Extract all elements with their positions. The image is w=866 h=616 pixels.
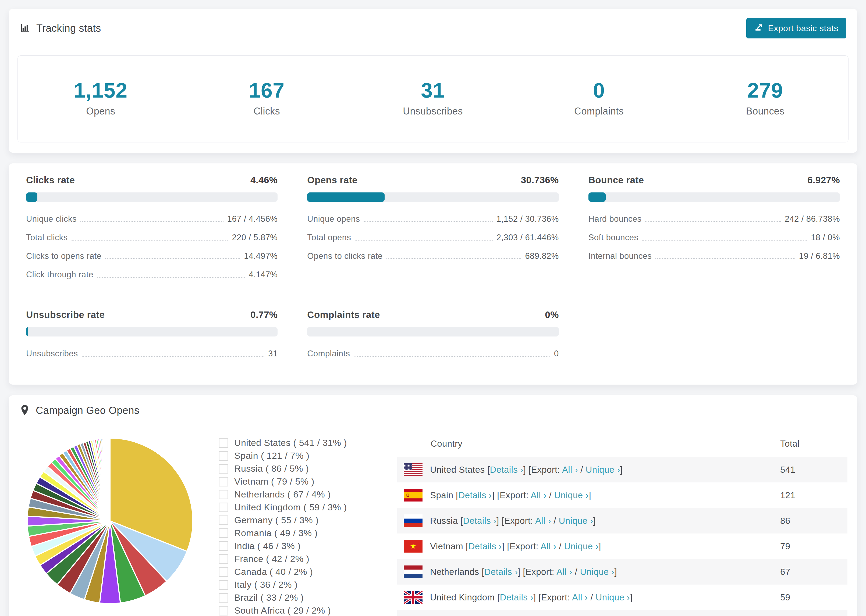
stat-box: 0 Complaints	[516, 56, 682, 142]
legend-label: France ( 42 / 2% )	[234, 554, 309, 564]
country-total: 121	[780, 482, 847, 508]
legend-label: Brazil ( 33 / 2% )	[234, 592, 304, 603]
stat-value: 279	[685, 80, 846, 101]
dotted-leader	[642, 240, 807, 240]
location-pin-icon	[20, 404, 30, 416]
details-link[interactable]: Details ›	[463, 516, 496, 526]
export-all-link[interactable]: All ›	[562, 465, 578, 475]
progress-bar	[26, 192, 277, 202]
rate-stat-row: Unique opens 1,152 / 30.736%	[307, 214, 559, 224]
export-prefix: [Export:	[529, 465, 560, 475]
details-link[interactable]: Details ›	[468, 541, 502, 551]
tracking-stats-card: Tracking stats Export basic stats 1,152 …	[9, 9, 857, 152]
export-all-link[interactable]: All ›	[572, 592, 588, 602]
country-cell: United States [Details ›] [Export: All ›…	[397, 464, 780, 476]
stat-box: 1,152 Opens	[18, 56, 184, 142]
country-links-text: Russia [Details ›] [Export: All › / Uniq…	[430, 516, 596, 526]
export-all-link[interactable]: All ›	[540, 541, 556, 551]
legend-swatch	[219, 580, 228, 590]
rate-stat-value: 18 / 0%	[811, 233, 840, 242]
export-unique-link[interactable]: Unique ›	[586, 465, 620, 475]
legend-swatch	[219, 606, 228, 616]
rate-stat-value: 4.147%	[249, 270, 278, 280]
geo-table-row: United States [Details ›] [Export: All ›…	[397, 457, 847, 482]
legend-item: Spain ( 121 / 7% )	[219, 451, 386, 461]
legend-swatch	[219, 464, 228, 473]
export-all-link[interactable]: All ›	[531, 490, 546, 500]
legend-swatch	[219, 515, 228, 525]
stats-row: 1,152 Opens 167 Clicks 31 Unsubscribes 0…	[17, 55, 849, 143]
rate-stat-value: 167 / 4.456%	[227, 214, 278, 224]
rate-title: Unsubscribe rate	[26, 310, 105, 320]
legend-item: India ( 46 / 3% )	[219, 541, 386, 551]
legend-item: South Africa ( 29 / 2% )	[219, 605, 386, 616]
export-icon	[754, 23, 764, 34]
rate-rows: Hard bounces 242 / 86.738% Soft bounces …	[589, 214, 840, 261]
stat-label: Opens	[20, 105, 181, 117]
geo-opens-title: Campaign Geo Opens	[36, 405, 139, 416]
legend-label: Canada ( 40 / 2% )	[234, 567, 313, 577]
country-links-text: Vietnam [Details ›] [Export: All › / Uni…	[430, 541, 601, 552]
legend-label: Romania ( 49 / 3% )	[234, 528, 318, 538]
legend-label: United States ( 541 / 31% )	[234, 438, 347, 448]
details-link[interactable]: Details ›	[500, 592, 534, 602]
export-unique-link[interactable]: Unique ›	[596, 592, 630, 602]
country-flag-icon	[404, 566, 422, 578]
legend-label: Spain ( 121 / 7% )	[234, 451, 309, 461]
rate-stat-label: Complaints	[307, 349, 350, 358]
legend-item: Italy ( 36 / 2% )	[219, 580, 386, 590]
legend-swatch	[219, 567, 228, 577]
details-link[interactable]: Details ›	[484, 567, 518, 577]
details-link[interactable]: Details ›	[458, 490, 492, 500]
country-column-header: Country	[397, 431, 780, 457]
export-unique-link[interactable]: Unique ›	[559, 516, 593, 526]
stat-value: 167	[187, 80, 347, 101]
country-flag-icon	[404, 514, 422, 527]
geo-pie-svg[interactable]	[21, 432, 199, 610]
country-links-text: Spain [Details ›] [Export: All › / Uniqu…	[430, 490, 591, 500]
geo-table-row: Russia [Details ›] [Export: All › / Uniq…	[397, 508, 847, 533]
country-flag-icon	[404, 489, 422, 501]
geo-table-scroll-area[interactable]: Country Total United States [Details ›] …	[397, 431, 847, 616]
legend-item: Russia ( 86 / 5% )	[219, 464, 386, 474]
export-all-link[interactable]: All ›	[535, 516, 551, 526]
export-unique-link[interactable]: Unique ›	[564, 541, 598, 551]
export-unique-link[interactable]: Unique ›	[580, 567, 614, 577]
legend-swatch	[219, 541, 228, 551]
rate-title: Opens rate	[307, 175, 357, 185]
legend-item: Germany ( 55 / 3% )	[219, 515, 386, 525]
progress-bar-fill	[26, 327, 28, 336]
stat-value: 1,152	[20, 80, 181, 101]
stat-label: Bounces	[685, 105, 846, 117]
country-cell: Netherlands [Details ›] [Export: All › /…	[397, 566, 780, 578]
rate-title: Clicks rate	[26, 175, 75, 185]
rate-head: Unsubscribe rate 0.77%	[26, 310, 277, 320]
stat-label: Complaints	[519, 105, 679, 117]
export-unique-link[interactable]: Unique ›	[554, 490, 589, 500]
country-links-text: United States [Details ›] [Export: All ›…	[430, 465, 623, 475]
export-basic-stats-button[interactable]: Export basic stats	[746, 18, 846, 38]
country-flag-icon	[404, 591, 422, 603]
rate-value: 0%	[545, 310, 559, 320]
legend-label: Russia ( 86 / 5% )	[234, 464, 309, 474]
geo-pie-legend: United States ( 541 / 31% ) Spain ( 121 …	[219, 431, 386, 616]
total-column-header: Total	[780, 431, 847, 457]
geo-opens-header: Campaign Geo Opens	[9, 395, 857, 424]
rate-stat-value: 689.82%	[525, 251, 559, 261]
rate-title: Bounce rate	[589, 175, 644, 185]
geo-table-header-row: Country Total	[397, 431, 847, 457]
export-prefix: [Export:	[507, 541, 538, 551]
export-button-label: Export basic stats	[768, 24, 838, 33]
legend-label: Italy ( 36 / 2% )	[234, 580, 298, 590]
progress-bar-fill	[307, 192, 384, 202]
legend-swatch	[219, 503, 228, 512]
rate-head: Bounce rate 6.927%	[589, 175, 840, 185]
country-links-text: Netherlands [Details ›] [Export: All › /…	[430, 567, 617, 577]
rate-stat-label: Unique opens	[307, 214, 360, 224]
details-link[interactable]: Details ›	[490, 465, 523, 475]
rate-stat-label: Soft bounces	[589, 233, 638, 242]
geo-pie-chart	[21, 431, 207, 616]
geo-table-row: United Kingdom [Details ›] [Export: All …	[397, 585, 847, 610]
export-all-link[interactable]: All ›	[556, 567, 572, 577]
rate-stat-row: Soft bounces 18 / 0%	[589, 233, 840, 242]
